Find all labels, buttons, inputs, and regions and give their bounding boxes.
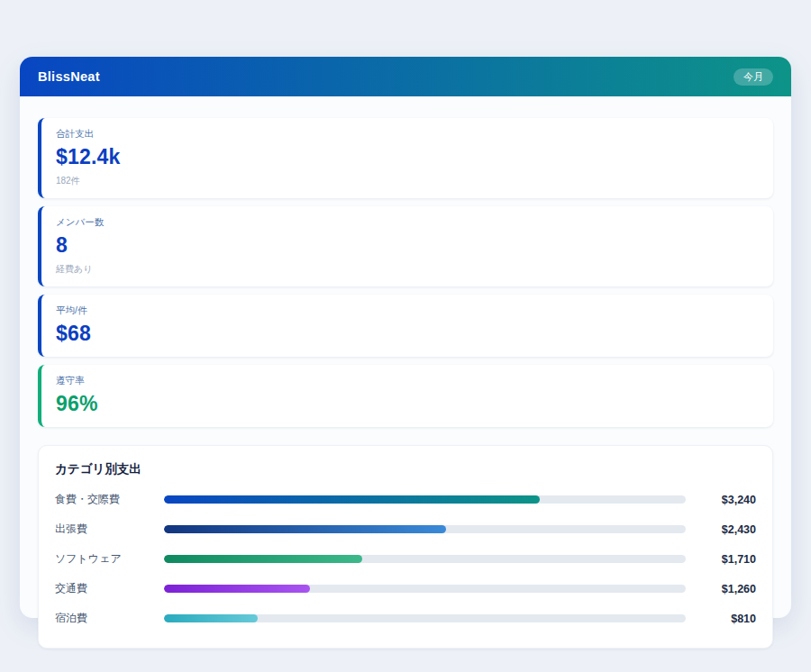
- category-bar-fill: [164, 525, 446, 533]
- stat-label: 遵守率: [56, 375, 759, 387]
- category-label: ソフトウェア: [55, 551, 164, 567]
- category-row: 交通費 $1,260: [55, 581, 756, 596]
- stat-subtext: 経費あり: [56, 263, 759, 276]
- stat-value: 8: [56, 233, 759, 258]
- dashboard-card: BlissNeat 今月 合計支出 $12.4k 182件 メンバー数 8 経費…: [20, 57, 791, 618]
- stat-card-member-count: メンバー数 8 経費あり: [38, 206, 773, 286]
- category-bar-fill: [164, 555, 362, 563]
- category-value: $1,710: [698, 553, 756, 566]
- stat-value: 96%: [56, 392, 759, 416]
- category-bar-track: [164, 555, 686, 563]
- category-bar-track: [164, 495, 686, 504]
- category-label: 交通費: [55, 581, 164, 596]
- category-row: 出張費 $2,430: [55, 522, 756, 537]
- category-breakdown-card: カテゴリ別支出 食費・交際費 $3,240 出張費 $2,430 ソフトウェア: [38, 445, 773, 649]
- category-row: 宿泊費 $810: [55, 611, 756, 626]
- category-label: 食費・交際費: [55, 492, 164, 507]
- category-value: $2,430: [698, 523, 756, 536]
- stat-value: $68: [56, 322, 759, 346]
- stat-card-average-per-item: 平均/件 $68: [38, 295, 773, 357]
- stat-subtext: 182件: [56, 175, 759, 187]
- category-bar-track: [164, 585, 686, 593]
- period-badge[interactable]: 今月: [734, 68, 773, 86]
- category-value: $810: [698, 613, 756, 625]
- category-bar-fill: [164, 614, 258, 622]
- category-row: 食費・交際費 $3,240: [55, 492, 756, 507]
- stat-label: メンバー数: [56, 216, 759, 229]
- stat-card-compliance-rate: 遵守率 96%: [38, 365, 773, 427]
- category-value: $1,260: [698, 583, 756, 595]
- category-bar-fill: [164, 585, 310, 593]
- stat-label: 平均/件: [56, 304, 759, 317]
- stat-card-total-spend: 合計支出 $12.4k 182件: [38, 118, 773, 198]
- stat-value: $12.4k: [56, 145, 759, 169]
- category-value: $3,240: [698, 494, 756, 506]
- stat-label: 合計支出: [56, 128, 759, 141]
- dashboard-content: 合計支出 $12.4k 182件 メンバー数 8 経費あり 平均/件 $68 遵…: [20, 96, 791, 649]
- category-row: ソフトウェア $1,710: [55, 551, 756, 567]
- category-bar-fill: [164, 495, 540, 504]
- category-bar-track: [164, 525, 686, 533]
- app-header: BlissNeat 今月: [20, 57, 791, 96]
- category-label: 出張費: [55, 522, 164, 537]
- app-title: BlissNeat: [38, 69, 100, 84]
- category-bar-track: [164, 614, 686, 622]
- category-label: 宿泊費: [55, 611, 164, 626]
- category-breakdown-title: カテゴリ別支出: [55, 461, 756, 477]
